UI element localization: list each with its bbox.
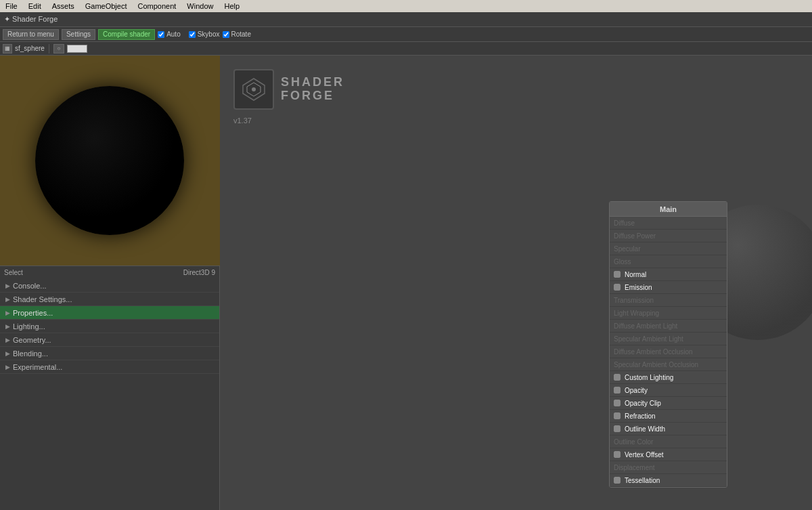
node-label: Specular Ambient Occlusion bbox=[614, 361, 698, 368]
node-connector-emission[interactable] bbox=[614, 284, 621, 291]
node-connector-opacity-clip[interactable] bbox=[614, 400, 621, 406]
panel-item-experimental[interactable]: ▶ Experimental... bbox=[0, 360, 219, 374]
menu-window[interactable]: Window bbox=[184, 2, 216, 10]
node-row-outline-color[interactable]: Outline Color bbox=[610, 435, 727, 448]
lock-icon: ○ bbox=[53, 44, 64, 54]
node-connector-outline-width[interactable] bbox=[614, 425, 621, 432]
panel-item-shader-settings[interactable]: ▶ Shader Settings... bbox=[0, 293, 219, 306]
node-row-gloss[interactable]: Gloss bbox=[610, 255, 727, 268]
node-row-specular[interactable]: Specular bbox=[610, 242, 727, 255]
node-label: Outline Width bbox=[625, 425, 665, 433]
sf-logo-line2: FORGE bbox=[281, 89, 344, 103]
node-row-specular-ambient-light[interactable]: Specular Ambient Light bbox=[610, 333, 727, 345]
node-row-opacity-clip[interactable]: Opacity Clip bbox=[610, 397, 727, 410]
node-row-light-wrapping[interactable]: Light Wrapping bbox=[610, 307, 727, 320]
return-to-menu-button[interactable]: Return to menu bbox=[3, 29, 59, 40]
arrow-icon: ▶ bbox=[5, 350, 10, 357]
panel-item-properties[interactable]: ▶ Properties... bbox=[0, 306, 219, 320]
sf-logo-line1: SHADER bbox=[281, 76, 344, 89]
rotate-checkbox[interactable] bbox=[223, 31, 229, 38]
node-row-normal[interactable]: Normal bbox=[610, 268, 727, 281]
node-row-diffuse[interactable]: Diffuse bbox=[610, 217, 727, 230]
node-row-specular-ambient-occlusion[interactable]: Specular Ambient Occlusion bbox=[610, 358, 727, 371]
renderer-label: Direct3D 9 bbox=[183, 269, 215, 276]
arrow-icon: ▶ bbox=[5, 337, 10, 343]
node-label: Diffuse bbox=[614, 219, 635, 227]
panel-label: Geometry... bbox=[13, 336, 51, 344]
compile-shader-button[interactable]: Compile shader bbox=[98, 29, 155, 40]
menu-gameobject[interactable]: GameObject bbox=[83, 2, 130, 10]
node-connector-normal[interactable] bbox=[614, 271, 621, 278]
node-label: Diffuse Ambient Occlusion bbox=[614, 348, 693, 356]
menu-edit[interactable]: Edit bbox=[26, 2, 44, 10]
node-row-custom-lighting[interactable]: Custom Lighting bbox=[610, 371, 727, 384]
preview-info: Select Direct3D 9 bbox=[0, 265, 219, 279]
node-label: Specular Ambient Light bbox=[614, 335, 683, 343]
node-row-opacity[interactable]: Opacity bbox=[610, 384, 727, 397]
sf-title-bar: ✦ Shader Forge bbox=[0, 12, 812, 27]
arrow-icon: ▶ bbox=[5, 296, 10, 303]
node-label: Diffuse Ambient Light bbox=[614, 322, 677, 330]
panel-label: Lighting... bbox=[13, 322, 45, 331]
node-label: Custom Lighting bbox=[625, 374, 673, 381]
node-connector-refraction[interactable] bbox=[614, 412, 621, 419]
node-row-displacement[interactable]: Displacement bbox=[610, 461, 727, 474]
node-label: Displacement bbox=[614, 464, 655, 471]
arrow-icon: ▶ bbox=[5, 310, 10, 316]
arrow-icon: ▶ bbox=[5, 323, 10, 330]
color-swatch[interactable] bbox=[67, 45, 87, 53]
menu-assets[interactable]: Assets bbox=[49, 2, 77, 10]
node-row-outline-width[interactable]: Outline Width bbox=[610, 423, 727, 435]
panel-label: Properties... bbox=[13, 309, 53, 317]
menu-bar: File Edit Assets GameObject Component Wi… bbox=[0, 0, 812, 12]
node-label: Tessellation bbox=[625, 477, 660, 484]
sf-version: v1.37 bbox=[233, 116, 252, 125]
menu-component[interactable]: Component bbox=[135, 2, 179, 10]
auto-checkbox[interactable] bbox=[158, 31, 164, 38]
panel-item-geometry[interactable]: ▶ Geometry... bbox=[0, 333, 219, 347]
menu-file[interactable]: File bbox=[3, 2, 20, 10]
node-connector-vertex-offset[interactable] bbox=[614, 451, 621, 458]
node-label: Outline Color bbox=[614, 438, 653, 446]
node-connector-tessellation[interactable] bbox=[614, 477, 621, 484]
node-row-tessellation[interactable]: Tessellation bbox=[610, 474, 727, 487]
object-bar: ▦ sf_sphere ○ bbox=[0, 42, 812, 56]
main-panel: Main Diffuse Diffuse Power Specular Glos… bbox=[609, 201, 727, 488]
skybox-checkbox[interactable] bbox=[189, 31, 196, 38]
node-row-diffuse-ambient-occlusion[interactable]: Diffuse Ambient Occlusion bbox=[610, 345, 727, 358]
arrow-icon: ▶ bbox=[5, 364, 10, 370]
toolbar: Return to menu Settings Compile shader A… bbox=[0, 27, 812, 42]
node-row-refraction[interactable]: Refraction bbox=[610, 410, 727, 423]
node-connector-opacity[interactable] bbox=[614, 387, 621, 394]
settings-button[interactable]: Settings bbox=[62, 29, 95, 40]
object-name: sf_sphere bbox=[15, 45, 45, 52]
panel-item-lighting[interactable]: ▶ Lighting... bbox=[0, 320, 219, 333]
node-row-diffuse-power[interactable]: Diffuse Power bbox=[610, 230, 727, 242]
node-label: Light Wrapping bbox=[614, 310, 659, 317]
node-label: Opacity Clip bbox=[625, 400, 661, 407]
canvas-area[interactable]: SHADER FORGE v1.37 Main Diffuse Diffuse … bbox=[220, 56, 812, 510]
panel-item-blending[interactable]: ▶ Blending... bbox=[0, 347, 219, 360]
sf-title-label: ✦ Shader Forge bbox=[4, 15, 58, 24]
auto-checkbox-group: Auto bbox=[158, 30, 181, 38]
node-row-vertex-offset[interactable]: Vertex Offset bbox=[610, 448, 727, 461]
sf-logo-icon bbox=[233, 69, 274, 110]
object-icon: ▦ bbox=[3, 44, 12, 54]
svg-point-2 bbox=[252, 87, 256, 91]
skybox-label: Skybox bbox=[198, 30, 220, 38]
node-connector-custom-lighting[interactable] bbox=[614, 374, 621, 381]
main-content: Select Direct3D 9 ▶ Console... ▶ Shader … bbox=[0, 56, 812, 510]
panel-item-console[interactable]: ▶ Console... bbox=[0, 279, 219, 293]
node-label: Vertex Offset bbox=[625, 451, 664, 459]
separator bbox=[49, 44, 49, 54]
node-row-transmission[interactable]: Transmission bbox=[610, 294, 727, 307]
preview-sphere bbox=[35, 86, 184, 235]
node-row-emission[interactable]: Emission bbox=[610, 281, 727, 294]
sf-logo-text-block: SHADER FORGE bbox=[281, 76, 344, 103]
node-label: Opacity bbox=[625, 387, 648, 394]
select-label: Select bbox=[4, 269, 23, 276]
menu-help[interactable]: Help bbox=[221, 2, 242, 10]
node-row-diffuse-ambient-light[interactable]: Diffuse Ambient Light bbox=[610, 320, 727, 333]
rotate-checkbox-group: Rotate bbox=[223, 30, 251, 38]
rotate-label: Rotate bbox=[231, 30, 251, 38]
